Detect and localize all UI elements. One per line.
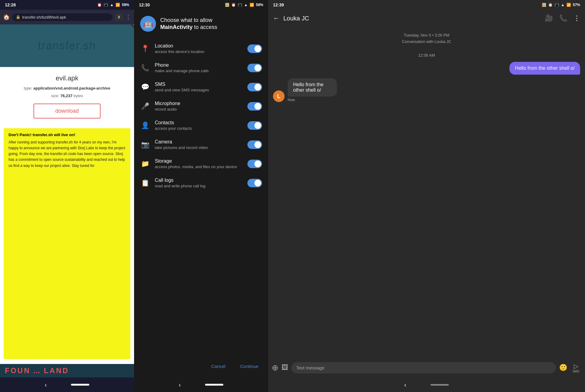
github-ribbon: Fork me on GitHub <box>111 24 134 31</box>
home-indicator-p2[interactable] <box>205 384 223 386</box>
browser-bar: 🏠 🔒 transfer.sh/bzd9f/evil.apk 3 ⋮ <box>0 10 134 24</box>
back-button-p2[interactable]: ‹ <box>179 381 181 388</box>
file-size-label: size: <box>51 94 59 98</box>
bottom-text2: LAND <box>44 366 69 375</box>
send-label: SMS <box>573 370 579 373</box>
status-time-p1: 12:28 <box>5 2 16 7</box>
chat-conv-divider: Conversation with Louka JC <box>273 39 580 44</box>
perm-text-microphone: Microphone record audio <box>155 101 243 111</box>
message-sent: Hello from the other shell o/ <box>509 62 580 75</box>
perm-desc-calllogs: read and write phone call log <box>155 184 243 188</box>
url-bar[interactable]: 🔒 transfer.sh/bzd9f/evil.apk <box>12 13 112 21</box>
back-button-p3[interactable]: ← <box>273 14 280 22</box>
back-button-p3-nav[interactable]: ‹ <box>404 381 406 388</box>
toggle-location[interactable] <box>247 44 262 53</box>
alarm-icon: ⏰ <box>97 3 102 7</box>
toggle-storage[interactable] <box>247 160 262 168</box>
chat-date-divider: Tuesday, Nov 5 • 3:26 PM <box>273 33 580 37</box>
home-icon[interactable]: 🏠 <box>3 14 10 20</box>
perm-name-location: Location <box>155 43 243 49</box>
chat-body: Tuesday, Nov 5 • 3:26 PM Conversation wi… <box>268 27 585 358</box>
wifi-icon-p3: ▲ <box>561 3 565 7</box>
file-type-value: application/vnd.android.package-archive <box>34 86 110 90</box>
perm-name-calllogs: Call logs <box>155 178 243 183</box>
voice-call-icon[interactable]: 📞 <box>559 14 567 22</box>
panel-chat: 12:39 🖼️ ⏰ 📳 ▲ 📶 57% ← Louka JC 🎥 📞 ⋮ Tu… <box>268 0 585 392</box>
file-type-label: type: <box>24 86 32 90</box>
status-time-p3: 12:39 <box>273 2 284 7</box>
microphone-icon: 🎤 <box>140 101 150 111</box>
battery-p1: 59% <box>122 3 129 7</box>
home-indicator-p1[interactable] <box>71 384 89 386</box>
vibrate-icon-p3: 📳 <box>555 3 559 7</box>
file-name: evil.apk <box>56 74 79 82</box>
toggle-camera[interactable] <box>247 140 262 149</box>
status-icons-p1: ⏰ 📳 ▲ 📶 59% <box>97 3 129 7</box>
toggle-phone[interactable] <box>247 64 262 72</box>
cancel-button[interactable]: Cancel <box>207 361 229 371</box>
permission-title-block: Choose what to allow MainActivity to acc… <box>160 17 262 31</box>
tab-count-btn[interactable]: 3 <box>115 14 123 20</box>
nav-bar-p2: ‹ <box>134 377 268 392</box>
perm-desc-sms: send and view SMS messages <box>155 88 243 92</box>
permission-app-name: MainActivity <box>160 24 193 30</box>
continue-button[interactable]: Continue <box>236 361 262 371</box>
chat-toolbar: ← Louka JC 🎥 📞 ⋮ <box>268 10 585 27</box>
perm-text-sms: SMS send and view SMS messages <box>155 82 243 92</box>
toggle-contacts[interactable] <box>247 121 262 130</box>
file-size-meta: size: 76,237 bytes <box>51 94 83 98</box>
perm-desc-phone: make and manage phone calls <box>155 69 243 73</box>
permission-item-calllogs: 📋 Call logs read and write phone call lo… <box>134 173 268 192</box>
add-attachment-icon[interactable]: ⊕ <box>272 363 278 373</box>
back-button-p1[interactable]: ‹ <box>45 381 47 388</box>
camera-icon: 📷 <box>140 140 150 150</box>
media-icon[interactable]: 🖼 <box>282 364 288 372</box>
download-button[interactable]: download <box>34 104 101 118</box>
signal-icon-p3: 📶 <box>566 3 571 7</box>
contact-avatar: L <box>273 90 285 102</box>
message-received-block: Hello from the other shell o/ Now <box>288 78 358 102</box>
message-placeholder: Text message <box>296 365 324 370</box>
url-text: transfer.sh/bzd9f/evil.apk <box>22 15 66 19</box>
avatar-letter: L <box>277 93 281 100</box>
perm-desc-location: access this device's location <box>155 49 243 54</box>
photo-icon-p2: 🖼️ <box>225 3 229 7</box>
status-time-p2: 12:30 <box>139 2 150 7</box>
permission-item-microphone: 🎤 Microphone record audio <box>134 97 268 116</box>
status-bar-p1: 12:28 ⏰ 📳 ▲ 📶 59% <box>0 0 134 10</box>
banner-strip: Fork me on GitHub transfer.sh <box>0 24 134 67</box>
contacts-icon: 👤 <box>140 121 150 130</box>
message-received: Hello from the other shell o/ <box>288 78 337 97</box>
message-input[interactable]: Text message <box>291 362 556 373</box>
toggle-microphone[interactable] <box>247 102 262 111</box>
chat-contact-name: Louka JC <box>283 15 539 22</box>
toggle-sms[interactable] <box>247 83 262 91</box>
wifi-icon: ▲ <box>110 3 114 7</box>
permission-header-text: Choose what to allow MainActivity to acc… <box>160 17 262 31</box>
permission-list: 📍 Location access this device's location… <box>134 37 268 356</box>
permission-item-storage: 📁 Storage access photos, media, and file… <box>134 154 268 173</box>
location-icon: 📍 <box>140 44 150 54</box>
chat-input-bar: ⊕ 🖼 Text message 🙂 ▷ SMS <box>268 358 585 377</box>
calllogs-icon: 📋 <box>140 178 150 188</box>
permission-item-contacts: 👤 Contacts access your contacts <box>134 116 268 135</box>
home-indicator-p3[interactable] <box>431 384 449 386</box>
video-call-icon[interactable]: 🎥 <box>545 14 553 22</box>
send-arrow-icon: ▷ <box>574 362 578 370</box>
app-icon-glyph: 🤖 <box>143 19 153 29</box>
chat-more-icon[interactable]: ⋮ <box>573 14 580 22</box>
file-size-value: 76,237 <box>60 94 73 98</box>
emoji-icon[interactable]: 🙂 <box>559 364 567 372</box>
status-bar-p2: 12:30 🖼️ ⏰ 📳 ▲ 📶 58% <box>134 0 268 10</box>
permission-footer: Cancel Continue <box>134 356 268 377</box>
perm-text-camera: Camera take pictures and record video <box>155 139 243 150</box>
signal-icon-p2: 📶 <box>250 3 254 7</box>
perm-text-location: Location access this device's location <box>155 43 243 54</box>
toggle-calllogs[interactable] <box>247 179 262 187</box>
send-button[interactable]: ▷ SMS <box>570 362 581 373</box>
signal-icon: 📶 <box>115 3 120 7</box>
more-options-icon[interactable]: ⋮ <box>125 13 131 21</box>
sms-icon: 💬 <box>140 82 150 92</box>
perm-desc-microphone: record audio <box>155 107 243 111</box>
phone-icon: 📞 <box>140 63 150 73</box>
